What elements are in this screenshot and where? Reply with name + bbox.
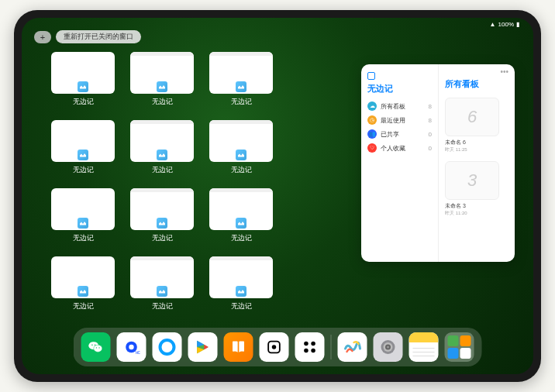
window-label: 无边记: [231, 233, 252, 243]
freeform-app-badge-icon: [236, 286, 246, 297]
more-button[interactable]: •••: [500, 67, 508, 76]
window-label: 无边记: [73, 97, 94, 107]
reopen-closed-window-button[interactable]: 重新打开已关闭的窗口: [56, 30, 141, 43]
sidebar-item[interactable]: 👥已共享0: [367, 127, 432, 141]
svg-point-5: [98, 347, 99, 348]
dock-separator: [331, 335, 332, 359]
dock-app-qqbrowser[interactable]: [153, 332, 182, 362]
ipad-screen: ▲ 100% ▮ + 重新打开已关闭的窗口 无边记无边记无边记无边记无边记无边记…: [22, 18, 533, 374]
wifi-icon: ▲: [490, 21, 496, 28]
window-thumbnail: [209, 120, 273, 162]
sidebar-item-icon: ♡: [367, 143, 377, 153]
window-tile[interactable]: 无边记: [50, 52, 116, 109]
battery-label: 100%: [498, 21, 514, 28]
sidebar-layout-icon: [367, 72, 375, 80]
top-controls: + 重新打开已关闭的窗口: [34, 30, 141, 43]
window-label: 无边记: [231, 165, 252, 175]
svg-point-13: [311, 342, 315, 346]
board-sublabel: 昨天 11:20: [445, 210, 499, 217]
sidebar-item-icon: ◷: [367, 115, 377, 125]
dock-app-quark[interactable]: HD: [117, 332, 147, 362]
window-tile[interactable]: 无边记: [50, 188, 116, 246]
battery-icon: ▮: [516, 21, 519, 28]
books-icon: [231, 339, 246, 355]
sidebar-item[interactable]: ◷最近使用8: [367, 113, 432, 127]
app-switcher-grid: 无边记无边记无边记无边记无边记无边记无边记无边记无边记无边记无边记无边记: [50, 52, 353, 314]
board-thumbnail: 6: [445, 98, 499, 136]
sidebar-item-icon: ☁: [367, 101, 377, 111]
window-tile[interactable]: 无边记: [50, 120, 116, 177]
window-tile[interactable]: 无边记: [129, 52, 195, 109]
dice-icon: [266, 339, 283, 356]
window-tile[interactable]: 无边记: [208, 52, 274, 109]
window-tile[interactable]: 无边记: [50, 256, 116, 314]
svg-point-14: [304, 349, 309, 353]
board-card[interactable]: 6未命名 6昨天 11:25: [445, 98, 499, 153]
window-tile[interactable]: 无边记: [208, 188, 274, 246]
dock-app-play[interactable]: [188, 332, 218, 362]
svg-point-1: [94, 345, 102, 352]
ipad-frame: ▲ 100% ▮ + 重新打开已关闭的窗口 无边记无边记无边记无边记无边记无边记…: [14, 10, 541, 382]
dock-app-settings[interactable]: [374, 332, 403, 362]
board-card[interactable]: 3未命名 3昨天 11:20: [445, 161, 499, 217]
window-label: 无边记: [152, 233, 173, 243]
freeform-app-badge-icon: [157, 150, 167, 160]
svg-point-7: [129, 345, 133, 349]
dock-app-library[interactable]: [445, 332, 474, 362]
sidebar-item-count: 0: [429, 131, 432, 138]
sidebar-item-label: 已共享: [381, 130, 425, 139]
freeform-app-badge-icon: [236, 81, 246, 92]
play-icon: [195, 339, 212, 356]
freeform-icon: [343, 338, 362, 356]
board-label: 未命名 6: [445, 139, 499, 146]
dock-app-freeform[interactable]: [338, 332, 367, 362]
window-label: 无边记: [73, 233, 94, 243]
svg-point-3: [95, 344, 96, 346]
sidebar-item[interactable]: ☁所有看板8: [367, 99, 432, 113]
window-thumbnail: [51, 120, 115, 162]
sidebar-item[interactable]: ♡个人收藏0: [367, 141, 432, 155]
boards-section: ••• 所有看板 6未命名 6昨天 11:253未命名 3昨天 11:20: [439, 64, 515, 262]
dock: HD: [74, 328, 482, 366]
window-tile[interactable]: 无边记: [208, 120, 274, 177]
window-label: 无边记: [152, 301, 173, 311]
window-tile[interactable]: 无边记: [129, 256, 195, 314]
window-thumbnail: [51, 52, 115, 94]
freeform-app-badge-icon: [157, 218, 167, 229]
dock-app-books[interactable]: [224, 332, 253, 362]
dock-app-connect[interactable]: [295, 332, 325, 362]
sidebar-item-icon: 👥: [367, 129, 377, 139]
new-window-button[interactable]: +: [34, 31, 51, 43]
svg-point-11: [272, 345, 277, 349]
window-tile[interactable]: 无边记: [129, 188, 195, 246]
window-label: 无边记: [73, 301, 94, 311]
qq-icon: [158, 338, 177, 356]
sidebar-item-count: 0: [429, 145, 432, 152]
freeform-panel: 无边记 ☁所有看板8◷最近使用8👥已共享0♡个人收藏0 ••• 所有看板 6未命…: [361, 64, 515, 262]
freeform-app-badge-icon: [236, 150, 246, 160]
window-tile[interactable]: 无边记: [129, 120, 195, 177]
svg-text:HD: HD: [136, 351, 140, 355]
connect-icon: [302, 339, 319, 356]
dock-app-wechat[interactable]: [81, 332, 111, 362]
gear-icon: [379, 338, 398, 356]
dock-app-notes[interactable]: [409, 332, 439, 362]
window-thumbnail: [130, 256, 194, 298]
window-thumbnail: [209, 52, 273, 94]
window-tile[interactable]: 无边记: [208, 256, 274, 314]
window-thumbnail: [130, 52, 194, 94]
sidebar-item-label: 个人收藏: [381, 144, 425, 153]
freeform-app-badge-icon: [157, 286, 167, 297]
sidebar-header: [367, 72, 432, 80]
window-thumbnail: [130, 120, 194, 162]
freeform-app-badge-icon: [78, 150, 88, 160]
window-label: 无边记: [73, 165, 94, 175]
dock-app-dice[interactable]: [260, 332, 289, 362]
quark-icon: HD: [123, 339, 140, 356]
window-label: 无边记: [231, 97, 252, 107]
sidebar-item-count: 8: [429, 103, 432, 110]
boards-title: 所有看板: [445, 78, 508, 90]
board-thumbnail: 3: [445, 161, 499, 200]
window-label: 无边记: [231, 301, 252, 311]
window-label: 无边记: [152, 165, 173, 175]
